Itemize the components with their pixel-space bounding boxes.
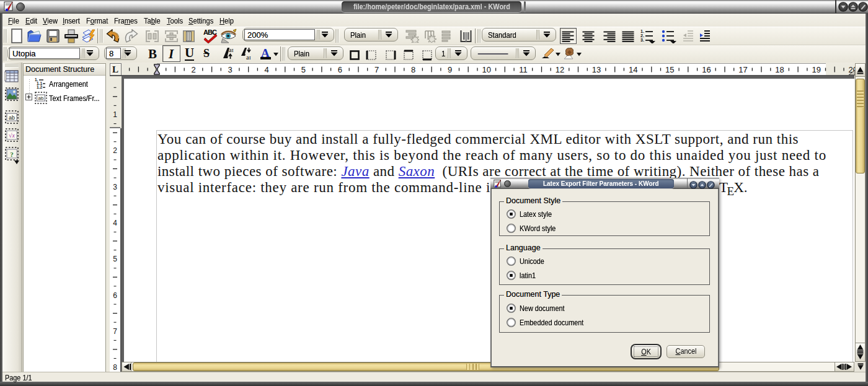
svg-text:4: 4 [113,219,117,227]
svg-text:12: 12 [556,65,564,74]
svg-text:3.: 3. [640,38,644,42]
svg-text:10: 10 [482,65,491,74]
svg-text:3: 3 [228,65,232,74]
svg-text:6: 6 [338,65,342,74]
svg-text:4: 4 [265,65,269,74]
svg-text:8: 8 [411,65,415,74]
svg-text:11: 11 [519,65,528,74]
svg-text:14: 14 [629,65,637,74]
svg-text:3: 3 [113,183,117,191]
svg-text:aɪ: aɪ [229,46,234,53]
svg-text:15: 15 [665,65,674,74]
svg-text:1.2: 1.2 [37,85,42,89]
svg-text:ab: ab [38,95,44,101]
svg-text:ab: ab [9,115,15,121]
svg-text:7: 7 [113,327,117,336]
svg-text:1: 1 [113,110,117,119]
svg-text:aɪ: aɪ [246,54,251,60]
svg-text:17: 17 [738,65,747,74]
svg-text:7: 7 [374,65,379,74]
svg-text:5: 5 [301,65,306,74]
svg-text:2: 2 [113,146,117,155]
svg-text:√x: √x [9,132,15,139]
svg-text:18: 18 [775,65,784,74]
svg-text:6: 6 [113,291,117,300]
svg-text:1.: 1. [640,29,644,33]
svg-text:2: 2 [191,65,195,74]
svg-text:?: ? [10,151,14,158]
svg-text:2.: 2. [640,33,644,38]
svg-text:16: 16 [702,65,711,74]
svg-text:5: 5 [113,255,117,263]
svg-text:13: 13 [592,65,601,74]
svg-text:19: 19 [812,65,820,74]
svg-text:9: 9 [448,65,452,74]
svg-text:8: 8 [113,363,117,372]
